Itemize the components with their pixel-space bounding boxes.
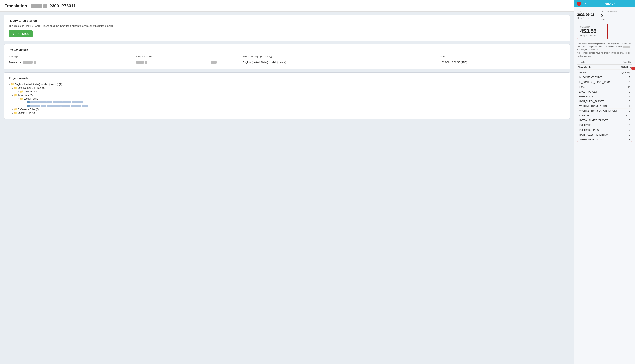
detail-table-row: PRETRANS0	[578, 123, 632, 128]
detail-table-row: UNTRANSLATED_TARGET0	[578, 118, 632, 123]
file-row-2[interactable]	[27, 104, 565, 108]
project-details-card: Project details Task Type Program Name P…	[4, 44, 570, 70]
right-panel: 1 → READY DUE 2023-09-18 06:57 (PDT) DAY…	[574, 0, 635, 364]
detail-row-label: EXACT	[578, 85, 620, 90]
chevron-icon: ∨	[12, 108, 13, 110]
pm-redact	[211, 61, 217, 64]
detail-table-row: MACHINE_TRANSLATION0	[578, 104, 632, 108]
detail-table-row: HIGH_FUZZY_REPETITION0	[578, 132, 632, 137]
tree-item-work-files-2[interactable]: ∨ 📁 Work Files (2)	[18, 97, 565, 100]
new-words-label: New Words	[577, 64, 608, 70]
days-remaining-block: DAYS REMAINING 5 days	[601, 10, 618, 20]
detail-row-value: 3	[620, 137, 632, 142]
program-redact	[136, 61, 144, 64]
quantity-box: QUANTITY 453.55 weighted words	[577, 24, 608, 39]
tree-item-work-files-0[interactable]: ∨ 📁 Work Files (0)	[18, 90, 565, 93]
tree-item-root[interactable]: ∨ 📁 English (United States) to Irish (Ir…	[8, 82, 565, 86]
tree-item-reference-files[interactable]: ∨ 📁 Reference Files (0)	[12, 108, 565, 111]
program-redact2	[145, 61, 147, 64]
status-label: READY	[588, 2, 632, 5]
detail-table-row: HIGH_FUZZY_TARGET0	[578, 99, 632, 104]
quantity-value: 453.55	[580, 28, 604, 34]
tree-label: Task Files (2)	[18, 94, 32, 96]
cell-due: 2023-09-18 06:57 (PDT)	[440, 59, 565, 66]
detail-row-label: HIGH_FUZZY	[578, 94, 620, 99]
file-name-redact3	[47, 104, 60, 107]
folder-icon: 📁	[14, 86, 17, 89]
start-task-button[interactable]: START TASK	[8, 30, 32, 37]
detail-table-row: EXACT_TARGET0	[578, 90, 632, 94]
detail-row-value: 7	[620, 75, 632, 80]
col-task-type: Task Type	[8, 54, 136, 59]
folder-icon: 📁	[14, 94, 17, 96]
project-details-title: Project details	[8, 48, 565, 52]
cell-pm	[211, 59, 243, 66]
col-source-target: Source to Target (+ Country)	[243, 54, 440, 59]
ready-description: This project is ready for work. Please c…	[8, 24, 565, 27]
detail-row-label: SOURCE	[578, 113, 620, 118]
task-type-redact	[23, 61, 32, 64]
due-label: DUE	[577, 10, 595, 12]
detail-row-value: 37	[620, 85, 632, 90]
detail-table: Details Quantity IN_CONTEXT_EXACT7IN_CON…	[578, 70, 632, 142]
detail-table-row: EXACT37	[578, 85, 632, 90]
quantity-label: QUANTITY	[580, 26, 604, 28]
tree-label: Output Files (0)	[18, 112, 35, 114]
days-label: DAYS REMAINING	[601, 10, 618, 12]
detail-table-box: 2 Details Quantity IN_CONTEXT_EXACT7IN_C…	[577, 70, 632, 142]
tree-label: English (United States) to Irish (Irelan…	[15, 83, 62, 86]
folder-icon: 📁	[14, 112, 17, 114]
detail-row-value: 0	[620, 118, 632, 123]
cell-program-name	[136, 59, 211, 66]
table-row: Translation - English (Un	[8, 59, 565, 66]
summary-col-quantity: Quantity	[608, 60, 632, 64]
detail-row-label: PRETRANS_TARGET	[578, 128, 620, 132]
detail-row-value: 0	[620, 123, 632, 128]
project-assets-card: Project Assets ∨ 📁 English (United State…	[4, 72, 570, 119]
title-redact-1	[31, 4, 42, 8]
chevron-icon: ∨	[18, 98, 19, 100]
note-text: New words section represents the weighte…	[577, 42, 632, 58]
ready-heading: Ready to be started	[8, 19, 565, 22]
col-due: Due	[440, 54, 565, 59]
detail-row-label: MACHINE_TRANSLATION_TARGET	[578, 108, 620, 113]
file-row-1[interactable]	[27, 100, 565, 104]
panel-body: DUE 2023-09-18 06:57 (PDT) DAYS REMAININ…	[574, 7, 635, 364]
detail-row-label: HIGH_FUZZY_REPETITION	[578, 132, 620, 137]
file-name-redact4	[63, 101, 71, 104]
note-redact	[623, 46, 630, 48]
status-bar: 1 → READY	[574, 0, 635, 7]
col-program-name: Program Name	[136, 54, 211, 59]
detail-row-value: 440	[620, 113, 632, 118]
tree-item-original-source[interactable]: ∨ 📁 Original Source Files (0)	[12, 86, 565, 90]
tree-item-output-files[interactable]: ∨ 📁 Output Files (0)	[12, 111, 565, 115]
due-time: 06:57 (PDT)	[577, 17, 595, 19]
detail-row-label: HIGH_FUZZY_TARGET	[578, 99, 620, 104]
chevron-icon: ∨	[12, 112, 13, 114]
file-name-redact2	[41, 104, 46, 107]
detail-col-details: Details	[578, 70, 620, 75]
summary-col-details: Details	[577, 60, 608, 64]
title-suffix: _2309_P73311	[47, 4, 76, 8]
tree-item-task-files[interactable]: ∨ 📁 Task Files (2)	[12, 93, 565, 97]
detail-table-row: SOURCE440	[578, 113, 632, 118]
days-unit: days	[601, 18, 618, 20]
detail-row-label: PRETRANS	[578, 123, 620, 128]
chevron-icon: ∨	[12, 94, 13, 96]
detail-row-value: 0	[620, 132, 632, 137]
summary-table: Details Quantity New Words 453.55 ▲	[577, 60, 632, 70]
status-badge: 1	[577, 2, 581, 6]
due-date: 2023-09-18	[577, 13, 595, 17]
detail-row-label: UNTRANSLATED_TARGET	[578, 118, 620, 123]
file-name-redact	[30, 104, 40, 107]
due-section: DUE 2023-09-18 06:57 (PDT) DAYS REMAININ…	[577, 10, 632, 20]
detail-table-row: MACHINE_TRANSLATION_TARGET0	[578, 108, 632, 113]
file-name-redact5	[71, 104, 81, 107]
detail-row-label: IN_CONTEXT_EXACT_TARGET	[578, 80, 620, 85]
detail-table-row: IN_CONTEXT_EXACT7	[578, 75, 632, 80]
detail-row-label: MACHINE_TRANSLATION	[578, 104, 620, 108]
quantity-unit: weighted words	[580, 34, 604, 37]
page-title: Translation - _2309_P73311	[0, 0, 574, 12]
new-words-row: New Words 453.55 ▲	[577, 64, 632, 70]
detail-table-row: HIGH_FUZZY19	[578, 94, 632, 99]
